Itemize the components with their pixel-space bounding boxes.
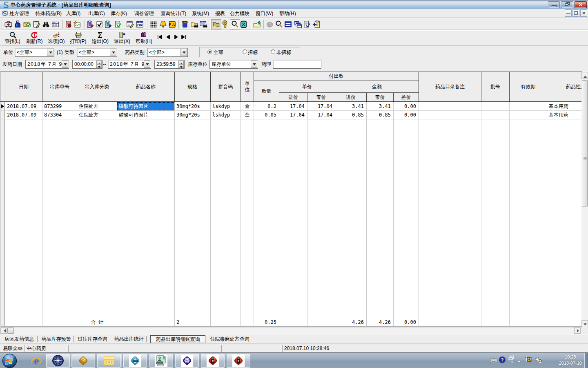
col-header-数量[interactable]: 数量 [254, 81, 279, 102]
menu-处方管理[interactable]: 处方管理 [9, 10, 29, 17]
grid-cell[interactable]: 基本用药 [547, 102, 581, 110]
col-header-amount-差价[interactable]: 差价 [394, 93, 419, 102]
time-to-spinner[interactable]: 23:59:59 [154, 60, 185, 69]
date-from-picker[interactable]: 2018年 7月 9日 [25, 60, 69, 69]
page-check-blue-icon[interactable] [303, 20, 311, 28]
nav-last-button[interactable] [181, 35, 187, 40]
time-from-spin-buttons[interactable] [96, 61, 102, 68]
radio-招标[interactable] [243, 49, 247, 54]
checkbox-icon[interactable] [96, 20, 103, 28]
time-to-spin-buttons[interactable] [178, 61, 184, 68]
taskbar-app-cyan-gem-printer-icon[interactable] [123, 354, 147, 368]
nav-next-button[interactable] [174, 35, 179, 40]
calendar-grid-icon[interactable] [136, 20, 144, 28]
pharmacology-input[interactable] [273, 60, 321, 69]
first-aid-icon[interactable] [4, 20, 12, 28]
查找-button[interactable]: 查找(L) [2, 31, 23, 45]
folder-binoculars-icon[interactable] [191, 20, 198, 28]
taskbar-app-gold-gem-icon[interactable] [71, 354, 95, 368]
drug-class-dropdown-button[interactable] [180, 49, 187, 56]
col-header-单位[interactable]: 单 位 [241, 72, 254, 102]
menu-窗口[interactable]: 窗口(W) [256, 10, 273, 17]
cascade-windows-icon[interactable] [294, 20, 302, 28]
grid-cell[interactable]: 873299 [42, 102, 77, 110]
col-header-药品性质[interactable]: 药品性质 [547, 72, 582, 102]
volume-muted-icon[interactable] [535, 356, 542, 365]
date-to-picker[interactable]: 2018年 7月 9日 [108, 60, 151, 69]
grid-cell[interactable]: 17.04 [307, 102, 335, 110]
col-header-unit-price-零价[interactable]: 零价 [307, 93, 335, 102]
menu-公共模块[interactable]: 公共模块 [230, 10, 249, 17]
pu-box-icon[interactable]: P.U [168, 20, 176, 28]
keyboard-icon[interactable] [490, 357, 497, 364]
grid-cell[interactable]: 17.04 [279, 102, 307, 110]
maximize-button[interactable] [561, 1, 573, 8]
mdi-close-button[interactable]: ✕ [580, 9, 587, 17]
group-header-amount[interactable]: 金额 [335, 81, 419, 93]
col-header-药品目录备注[interactable]: 药品目录备注 [419, 72, 481, 102]
grid-cell[interactable]: 基本用药 [547, 111, 581, 119]
group-header-unit-price[interactable]: 单价 [279, 81, 335, 93]
note-edit-icon[interactable] [33, 20, 40, 28]
binoculars-icon[interactable] [42, 20, 50, 28]
clipboard-save-icon[interactable] [104, 20, 112, 28]
刷新-button[interactable]: 刷新(R) [24, 31, 45, 45]
dot-grid-icon[interactable] [149, 20, 157, 28]
gray-cube-icon[interactable] [266, 20, 274, 28]
card-file-icon[interactable] [51, 20, 59, 28]
group-header-payout[interactable]: 付出数 [254, 72, 419, 81]
windows-restore-icon[interactable] [508, 355, 514, 365]
grid-cell[interactable]: 磷酸可待因片 [117, 111, 174, 119]
menu-报表[interactable]: 报表 [215, 10, 225, 17]
mail-check-icon[interactable] [23, 20, 31, 28]
medicine-barrel-icon[interactable] [181, 20, 189, 28]
taskbar-app-compass-icon[interactable] [46, 354, 70, 368]
menu-帮助[interactable]: 帮助(H) [279, 10, 296, 17]
menu-系统[interactable]: 系统(M) [192, 10, 209, 17]
col-header-拼音码[interactable]: 拼音码 [211, 72, 241, 102]
help-circle-icon[interactable]: ? [499, 356, 506, 365]
grid-cell[interactable]: 盒 [241, 102, 254, 110]
grid-cell[interactable]: 磷酸可待因片 [117, 102, 174, 110]
col-header-日期[interactable]: 日期 [5, 72, 42, 102]
grid-cell[interactable]: lskdyp [211, 102, 241, 110]
grid-cell[interactable]: lskdyp [211, 111, 241, 119]
taskbar-app-red-gem-bottle-icon[interactable] [201, 354, 225, 368]
menu-入库[interactable]: 入库(I) [66, 10, 80, 17]
grid-cell[interactable]: 873304 [42, 111, 77, 119]
输出-button[interactable]: 输出(O) [89, 31, 111, 45]
magnifier-icon[interactable] [231, 20, 239, 28]
ink-bottle-icon[interactable] [14, 20, 22, 28]
tab-药品库存预警[interactable]: 药品库存预警 [38, 335, 74, 343]
grid-cell[interactable]: 2018.07.09 [5, 102, 42, 110]
col-header-unit-price-进价[interactable]: 进价 [279, 93, 307, 102]
grid-cell[interactable]: 0.00 [394, 102, 419, 110]
col-header-出库单号[interactable]: 出库单号 [42, 72, 77, 102]
gold-key-icon[interactable] [221, 20, 229, 28]
type-combobox[interactable]: <全部> [77, 48, 117, 57]
date-from-dropdown-button[interactable] [62, 61, 68, 68]
mdi-minimize-button[interactable]: — [565, 9, 572, 17]
show-desktop-button[interactable] [584, 353, 588, 368]
toolbar-grip[interactable] [1, 19, 2, 29]
taskbar-clock[interactable]: 10:28 2018-07-10 [559, 354, 582, 366]
帮助-button[interactable]: ?帮助(H) [133, 31, 155, 45]
new-image-icon[interactable] [73, 20, 81, 28]
taskbar-app-purple-gem-icon[interactable] [175, 354, 199, 368]
退出-button[interactable]: 退出(X) [111, 31, 133, 45]
grid-cell[interactable]: 住院处方 [77, 111, 117, 119]
calendar-edit-icon[interactable] [126, 20, 134, 28]
grid-cell[interactable]: 住院处方 [77, 102, 117, 110]
horizontal-scroll-thumb[interactable] [7, 328, 14, 334]
tab-药品出库明细账查询[interactable]: 药品出库明细账查询 [150, 335, 205, 343]
magnifier-icon[interactable] [275, 20, 283, 28]
nav-first-button[interactable] [157, 35, 163, 40]
menu-出库[interactable]: 出库(C) [88, 10, 105, 17]
clipboard-arrow-icon[interactable] [313, 20, 321, 28]
type-dropdown-button[interactable] [110, 49, 116, 56]
scroll-left-button[interactable] [0, 328, 7, 334]
grid-cell[interactable]: 2018.07.09 [5, 111, 42, 119]
spin-down-icon[interactable] [96, 64, 102, 68]
grid-cell[interactable]: 0.85 [367, 111, 393, 119]
grid-cell[interactable]: 17.04 [307, 111, 335, 119]
